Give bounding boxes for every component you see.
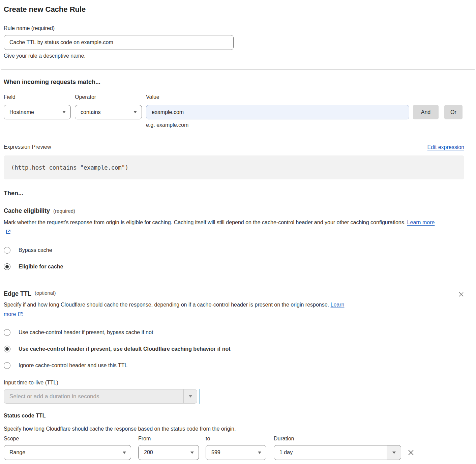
edit-expression-link[interactable]: Edit expression — [427, 144, 464, 150]
operator-select-value: contains — [81, 109, 133, 115]
value-label: Value — [146, 94, 409, 100]
chevron-down-icon — [62, 111, 66, 113]
match-section: When incoming requests match... Field Op… — [4, 78, 464, 128]
chevron-down-icon — [123, 452, 126, 454]
radio-use-header-bypass[interactable]: Use cache-control header if present, byp… — [4, 329, 464, 336]
page-title: Create new Cache Rule — [4, 5, 464, 14]
chevron-down-icon — [183, 389, 197, 403]
status-code-ttl-heading: Status code TTL — [4, 413, 464, 419]
close-icon[interactable] — [458, 290, 464, 297]
cache-eligibility-header: Cache eligibility (required) — [4, 207, 464, 214]
to-select[interactable]: 599 — [206, 445, 266, 460]
expression-code: (http.host contains "example.com") — [11, 164, 128, 171]
duration-select-value: 1 day — [274, 450, 387, 456]
edge-ttl-header: Edge TTL (optional) — [4, 290, 464, 297]
scope-label: Scope — [4, 435, 131, 442]
from-label: From — [138, 435, 199, 442]
radio-icon — [4, 329, 10, 336]
chevron-down-icon — [258, 452, 261, 454]
radio-label: Use cache-control header if present, byp… — [19, 329, 153, 336]
radio-bypass-cache[interactable]: Bypass cache — [4, 247, 464, 254]
rule-name-label: Rule name (required) — [4, 25, 464, 32]
radio-label: Bypass cache — [19, 247, 52, 253]
duration-label: Duration — [274, 435, 401, 442]
scope-select[interactable]: Range — [4, 445, 131, 460]
chevron-down-icon — [190, 452, 194, 454]
to-select-value: 599 — [211, 450, 258, 456]
radio-selected-icon — [4, 263, 10, 270]
field-select-value: Hostname — [9, 109, 62, 115]
external-link-icon — [18, 310, 23, 320]
field-label: Field — [4, 94, 71, 100]
ttl-select-placeholder: Select or add a duration in seconds — [4, 393, 183, 400]
duration-select[interactable]: 1 day — [274, 445, 401, 460]
cache-eligibility-qualifier: (required) — [53, 208, 75, 214]
radio-icon — [4, 247, 10, 254]
radio-label: Use cache-control header if present, use… — [19, 346, 231, 352]
expression-preview-label: Expression Preview — [4, 144, 51, 150]
expression-preview-header: Expression Preview Edit expression — [4, 144, 464, 150]
chevron-down-icon — [387, 445, 401, 460]
cache-eligibility-heading: Cache eligibility — [4, 207, 50, 214]
to-label: to — [206, 435, 266, 442]
cache-eligibility-description-text: Mark whether the request's response from… — [4, 220, 406, 225]
then-heading: Then... — [4, 190, 464, 197]
remove-row-icon[interactable] — [407, 449, 415, 456]
radio-use-header-default[interactable]: Use cache-control header if present, use… — [4, 346, 464, 352]
value-helper: e.g. example.com — [146, 122, 464, 128]
section-divider — [1, 69, 475, 69]
operator-label: Operator — [75, 94, 142, 100]
ttl-input-label: Input time-to-live (TTL) — [4, 379, 464, 386]
radio-selected-icon — [4, 346, 10, 352]
chevron-down-icon — [133, 111, 137, 113]
rule-name-input[interactable] — [4, 35, 234, 50]
section-divider — [1, 279, 475, 279]
external-link-icon — [6, 228, 11, 237]
cache-eligibility-description: Mark whether the request's response from… — [4, 218, 439, 237]
or-button[interactable]: Or — [444, 105, 463, 119]
rule-name-helper: Give your rule a descriptive name. — [4, 53, 464, 59]
from-select-value: 200 — [144, 450, 190, 456]
text-cursor — [199, 389, 200, 404]
ttl-duration-select[interactable]: Select or add a duration in seconds — [4, 389, 197, 404]
from-select[interactable]: 200 — [138, 445, 199, 460]
field-select[interactable]: Hostname — [4, 105, 71, 119]
radio-label: Ignore cache-control header and use this… — [19, 362, 127, 369]
edge-ttl-heading: Edge TTL — [4, 290, 31, 297]
and-button[interactable]: And — [413, 105, 439, 119]
edge-ttl-description: Specify if and how long Cloudflare shoul… — [4, 300, 351, 320]
rule-name-section: Rule name (required) Give your rule a de… — [4, 25, 464, 59]
expression-preview-box: (http.host contains "example.com") — [4, 155, 464, 179]
radio-label: Eligible for cache — [19, 264, 63, 270]
scope-select-value: Range — [9, 450, 123, 456]
value-input[interactable] — [146, 105, 409, 119]
match-heading: When incoming requests match... — [4, 78, 464, 86]
status-code-ttl-description: Specify how long Cloudflare should cache… — [4, 426, 464, 432]
radio-eligible-for-cache[interactable]: Eligible for cache — [4, 263, 464, 270]
edge-ttl-qualifier: (optional) — [35, 290, 56, 296]
radio-ignore-header[interactable]: Ignore cache-control header and use this… — [4, 362, 464, 369]
radio-icon — [4, 362, 10, 369]
operator-select[interactable]: contains — [75, 105, 142, 119]
cache-eligibility-learn-more-link[interactable]: Learn more — [407, 220, 435, 225]
edge-ttl-description-text: Specify if and how long Cloudflare shoul… — [4, 302, 329, 308]
